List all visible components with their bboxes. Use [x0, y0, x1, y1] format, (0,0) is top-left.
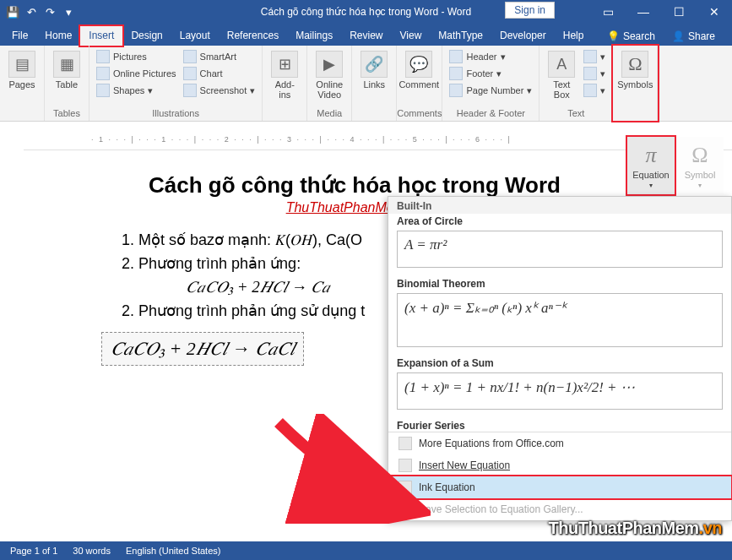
- undo-icon[interactable]: ↶: [24, 4, 39, 19]
- screenshot-button[interactable]: Screenshot ▾: [182, 83, 258, 98]
- gallery-item-binomial-title: Binomial Theorem: [388, 276, 731, 290]
- tab-help[interactable]: Help: [555, 26, 593, 46]
- status-language[interactable]: English (United States): [126, 546, 221, 556]
- tab-insert[interactable]: Insert: [80, 26, 122, 46]
- page-number-button[interactable]: Page Number ▾: [447, 83, 534, 98]
- symbols-dropdown-panel: πEquation▾ ΩSymbol▾: [627, 137, 724, 194]
- comment-button[interactable]: 💬Comment: [402, 49, 436, 91]
- save-selection-item: Save Selection to Equation Gallery...: [388, 498, 731, 520]
- text-box-button[interactable]: AText Box: [545, 49, 578, 101]
- status-bar: Page 1 of 1 30 words English (United Sta…: [0, 541, 732, 560]
- ink-equation-item[interactable]: Ink Equation: [388, 476, 731, 498]
- chart-button[interactable]: Chart: [182, 66, 258, 81]
- comment-icon: 💬: [405, 51, 432, 78]
- links-button[interactable]: 🔗Links: [357, 49, 391, 91]
- pi-icon: [399, 459, 412, 472]
- save-icon: [399, 503, 412, 516]
- text-box-icon: A: [548, 51, 575, 78]
- online-video-button[interactable]: ▶Online Video: [312, 49, 346, 101]
- tab-review[interactable]: Review: [341, 26, 391, 46]
- smartart-button[interactable]: SmartArt: [182, 49, 258, 64]
- tab-design[interactable]: Design: [122, 26, 171, 46]
- omega-icon: Ω: [621, 51, 648, 78]
- tab-developer[interactable]: Developer: [491, 26, 555, 46]
- pictures-button[interactable]: Pictures: [95, 49, 178, 64]
- insert-new-equation-item[interactable]: Insert New Equation: [388, 454, 731, 476]
- tab-layout[interactable]: Layout: [171, 26, 219, 46]
- more-equations-item[interactable]: More Equations from Office.com: [388, 432, 731, 454]
- doc-heading: Cách gõ công thức hóa học trong Word: [84, 172, 625, 198]
- online-pictures-button[interactable]: Online Pictures: [95, 66, 178, 81]
- redo-icon[interactable]: ↷: [42, 4, 57, 19]
- vertical-ruler[interactable]: [8, 150, 24, 540]
- group-addins: ⊞Add-ins: [263, 46, 307, 121]
- group-pages: ▤Pages: [0, 46, 45, 121]
- pictures-icon: [96, 50, 110, 63]
- share-button[interactable]: 👤Share: [665, 27, 722, 46]
- symbols-button[interactable]: ΩSymbols: [618, 49, 652, 91]
- search-button[interactable]: 💡Search: [600, 27, 662, 46]
- omega-icon: Ω: [691, 143, 708, 168]
- tab-view[interactable]: View: [392, 26, 431, 46]
- maximize-icon[interactable]: ☐: [661, 0, 697, 24]
- tab-references[interactable]: References: [219, 26, 287, 46]
- minimize-icon[interactable]: —: [626, 0, 661, 24]
- pages-button[interactable]: ▤Pages: [5, 49, 39, 91]
- gallery-item-expansion-title: Expansion of a Sum: [388, 356, 731, 369]
- group-text: AText Box ▾ ▾ ▾ Text: [540, 46, 613, 121]
- gallery-item-binomial[interactable]: (x + a)ⁿ = Σₖ₌₀ⁿ (ₖⁿ) xᵏ aⁿ⁻ᵏ: [397, 293, 723, 347]
- shapes-icon: [96, 84, 110, 97]
- group-links: 🔗Links: [352, 46, 397, 121]
- status-words[interactable]: 30 words: [73, 546, 111, 556]
- gallery-item-fourier-title: Fourier Series: [388, 418, 731, 432]
- table-icon: ▦: [53, 51, 80, 78]
- status-page[interactable]: Page 1 of 1: [10, 546, 57, 556]
- qat-more-icon[interactable]: ▾: [61, 4, 76, 19]
- tab-mathtype[interactable]: MathType: [430, 26, 491, 46]
- group-symbols: ΩSymbols: [613, 46, 658, 121]
- equation-button[interactable]: πEquation▾: [627, 137, 675, 194]
- gallery-item-area-of-circle-title: Area of Circle: [388, 214, 731, 227]
- footer-button[interactable]: Footer ▾: [447, 66, 534, 81]
- smartart-icon: [183, 50, 197, 63]
- equation-editor-box[interactable]: 𝐶𝑎𝐶𝑂₃ + 2𝐻𝐶𝑙 → 𝐶𝑎𝐶𝑙: [101, 332, 304, 366]
- close-icon[interactable]: ✕: [697, 0, 732, 24]
- online-pictures-icon: [96, 67, 110, 80]
- gallery-item-expansion[interactable]: (1 + x)ⁿ = 1 + nx/1! + n(n−1)x²/2! + ⋯: [397, 372, 723, 410]
- header-button[interactable]: Header ▾: [447, 49, 534, 64]
- tab-file[interactable]: File: [3, 26, 36, 46]
- search-icon: 💡: [607, 30, 620, 42]
- quick-parts-button[interactable]: ▾: [582, 49, 607, 64]
- watermark: ThuThuatPhanMem.vn: [549, 519, 722, 538]
- header-icon: [449, 50, 463, 63]
- group-illustrations: Pictures Online Pictures Shapes ▾ SmartA…: [89, 46, 263, 121]
- sign-in-button[interactable]: Sign in: [505, 2, 555, 19]
- chart-icon: [183, 67, 197, 80]
- tab-home[interactable]: Home: [36, 26, 80, 46]
- drop-cap-button[interactable]: ▾: [582, 83, 607, 98]
- shapes-button[interactable]: Shapes ▾: [95, 83, 178, 98]
- equation-gallery: Built-In Area of Circle A = πr² Binomial…: [388, 196, 732, 521]
- addins-button[interactable]: ⊞Add-ins: [268, 49, 301, 101]
- horizontal-ruler[interactable]: · 1 · · · | · · · 1 · · · | · · · 2 · · …: [24, 135, 732, 150]
- wordart-button[interactable]: ▾: [582, 66, 607, 81]
- pages-icon: ▤: [8, 51, 35, 78]
- save-icon[interactable]: 💾: [5, 4, 20, 19]
- wordart-icon: [583, 67, 597, 80]
- title-bar: 💾 ↶ ↷ ▾ Cách gõ công thức hóa học trong …: [0, 0, 732, 24]
- gallery-section-builtin: Built-In: [388, 197, 731, 214]
- quick-parts-icon: [583, 50, 597, 63]
- footer-icon: [449, 67, 463, 80]
- window-title: Cách gõ công thức hóa học trong Word - W…: [261, 6, 471, 18]
- office-icon: [399, 437, 412, 450]
- group-tables: ▦Table Tables: [45, 46, 89, 121]
- ribbon-options-icon[interactable]: ▭: [590, 0, 626, 24]
- links-icon: 🔗: [361, 51, 388, 78]
- tab-mailings[interactable]: Mailings: [287, 26, 341, 46]
- group-header-footer: Header ▾ Footer ▾ Page Number ▾ Header &…: [442, 46, 540, 121]
- gallery-item-area-of-circle[interactable]: A = πr²: [397, 231, 723, 268]
- group-comments: 💬Comment Comments: [397, 46, 442, 121]
- symbol-button[interactable]: ΩSymbol▾: [676, 137, 724, 194]
- table-button[interactable]: ▦Table: [50, 49, 84, 91]
- window-controls: ▭ — ☐ ✕: [590, 0, 732, 24]
